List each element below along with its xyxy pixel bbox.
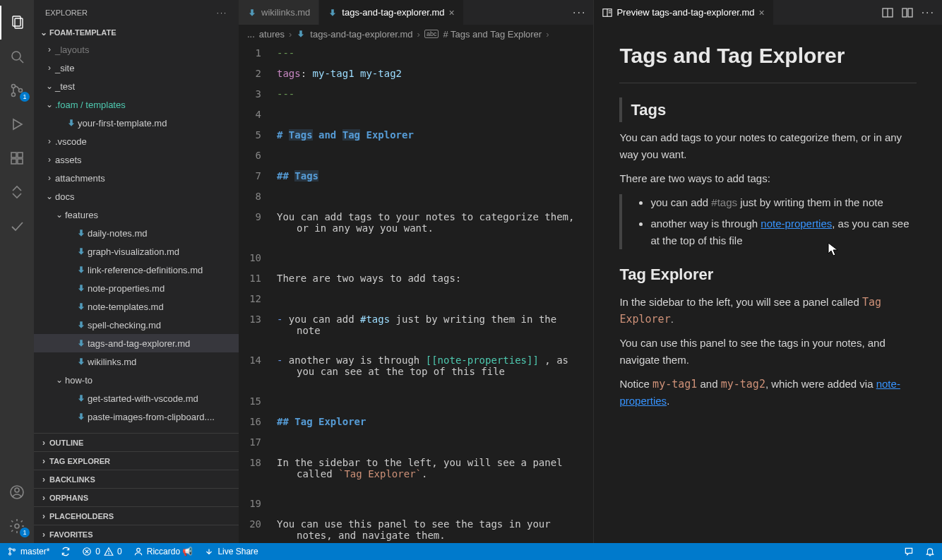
tree-label: how-to xyxy=(65,375,93,386)
settings-badge: 1 xyxy=(20,528,30,537)
editor-right: Preview tags-and-tag-explorer.md× ··· Ta… xyxy=(594,0,942,543)
preview-h2-explorer: Tag Explorer xyxy=(619,262,917,287)
tree-label: _site xyxy=(55,63,74,73)
more-icon[interactable]: ··· xyxy=(217,8,227,17)
svg-marker-7 xyxy=(13,119,22,129)
chevron-icon: › xyxy=(44,44,55,54)
chevron-icon: ⌄ xyxy=(44,81,55,91)
markdown-preview[interactable]: Tags and Tag Explorer Tags You can add t… xyxy=(594,25,942,543)
markdown-icon xyxy=(75,393,88,403)
preview-text: You can use this panel to see the tags i… xyxy=(619,335,917,369)
activity-account[interactable] xyxy=(0,475,34,509)
layout-icon[interactable] xyxy=(902,7,913,18)
close-icon[interactable]: × xyxy=(449,7,455,18)
status-liveshare[interactable]: Live Share xyxy=(204,547,258,556)
file-row[interactable]: note-templates.md xyxy=(34,297,239,316)
folder-row[interactable]: ⌄_test xyxy=(34,77,239,95)
status-bell[interactable] xyxy=(925,547,935,556)
code-editor[interactable]: 1234567891011121314151617181920 ---tags:… xyxy=(239,43,593,543)
markdown-icon xyxy=(75,228,88,238)
file-row[interactable]: link-reference-definitions.md xyxy=(34,261,239,279)
chevron-icon: ⌄ xyxy=(44,100,55,109)
tree-label: link-reference-definitions.md xyxy=(88,265,203,275)
preview-text: There are two ways to add tags: xyxy=(619,170,917,187)
markdown-icon xyxy=(75,265,88,275)
chevron-icon: › xyxy=(44,136,55,146)
activity-search[interactable] xyxy=(0,40,34,73)
file-row[interactable]: daily-notes.md xyxy=(34,224,239,242)
file-row[interactable]: note-properties.md xyxy=(34,279,239,297)
svg-point-24 xyxy=(9,553,11,555)
folder-row[interactable]: ›.vscode xyxy=(34,132,239,150)
folder-row[interactable]: ›attachments xyxy=(34,169,239,187)
preview-h2-tags: Tags xyxy=(631,97,917,122)
svg-point-30 xyxy=(109,554,109,554)
tree-label: your-first-template.md xyxy=(78,118,167,129)
svg-rect-21 xyxy=(902,8,907,17)
editor-tab[interactable]: tags-and-tag-explorer.md× xyxy=(319,0,463,25)
folder-row[interactable]: ›_site xyxy=(34,59,239,77)
status-branch[interactable]: master* xyxy=(7,547,49,556)
svg-rect-0 xyxy=(13,16,20,26)
folder-row[interactable]: ⌄features xyxy=(34,205,239,224)
file-row[interactable]: wikilinks.md xyxy=(34,352,239,371)
activity-bar: 1 1 xyxy=(0,0,34,543)
chevron-icon: ⌄ xyxy=(54,375,65,385)
activity-extensions[interactable] xyxy=(0,141,34,175)
activity-liveshare[interactable] xyxy=(0,175,34,209)
folder-row[interactable]: ›assets xyxy=(34,150,239,169)
more-icon[interactable]: ··· xyxy=(573,6,586,19)
activity-explorer[interactable] xyxy=(0,6,34,40)
file-row[interactable]: your-first-template.md xyxy=(34,114,239,132)
file-row[interactable]: graph-visualization.md xyxy=(34,242,239,261)
sidebar-section[interactable]: ›ORPHANS xyxy=(34,488,239,506)
folder-row[interactable]: ⌄how-to xyxy=(34,371,239,389)
sidebar-section[interactable]: ›TAG EXPLORER xyxy=(34,451,239,470)
status-user[interactable]: Riccardo 📢 xyxy=(133,547,193,556)
tree-label: daily-notes.md xyxy=(88,228,148,239)
svg-rect-22 xyxy=(908,8,912,17)
markdown-icon xyxy=(75,302,88,311)
file-row[interactable]: paste-images-from-clipboard.... xyxy=(34,407,239,426)
activity-scm[interactable]: 1 xyxy=(0,73,34,107)
symbol-icon: abc xyxy=(424,30,439,38)
tree-label: wikilinks.md xyxy=(88,357,136,367)
chevron-icon: ⌄ xyxy=(44,191,55,201)
svg-line-3 xyxy=(20,59,23,63)
folder-row[interactable]: ›_layouts xyxy=(34,40,239,59)
minimap[interactable] xyxy=(586,43,593,543)
close-icon[interactable]: × xyxy=(759,7,765,18)
split-icon[interactable] xyxy=(882,7,893,18)
sidebar-section[interactable]: ›PLACEHOLDERS xyxy=(34,506,239,525)
tree-label: _test xyxy=(55,81,75,92)
preview-link[interactable]: note-properties xyxy=(761,218,832,230)
more-icon[interactable]: ··· xyxy=(922,6,935,19)
chevron-icon: › xyxy=(44,155,55,165)
status-problems[interactable]: 0 0 xyxy=(82,547,121,556)
tree-label: get-started-with-vscode.md xyxy=(88,393,198,404)
activity-check[interactable] xyxy=(0,209,34,243)
editor-tab[interactable]: wikilinks.md xyxy=(239,0,319,25)
sidebar-section[interactable]: ›FAVORITES xyxy=(34,525,239,543)
editor-tab[interactable]: Preview tags-and-tag-explorer.md× xyxy=(594,0,773,25)
tree-label: attachments xyxy=(55,173,105,184)
folder-row[interactable]: ⌄.foam / templates xyxy=(34,95,239,114)
svg-point-5 xyxy=(12,93,16,97)
status-feedback[interactable] xyxy=(904,547,914,556)
file-row[interactable]: spell-checking.md xyxy=(34,316,239,334)
sidebar-section[interactable]: ›OUTLINE xyxy=(34,433,239,451)
tree-label: features xyxy=(65,210,98,220)
preview-text: You can add tags to your notes to catego… xyxy=(619,129,917,163)
file-row[interactable]: tags-and-tag-explorer.md xyxy=(34,334,239,352)
editor-left: wikilinks.mdtags-and-tag-explorer.md× ··… xyxy=(239,0,594,543)
sidebar-section[interactable]: ›BACKLINKS xyxy=(34,470,239,488)
activity-debug[interactable] xyxy=(0,107,34,141)
folder-row[interactable]: ⌄docs xyxy=(34,187,239,205)
preview-list-item: you can add #tags just by writing them i… xyxy=(650,194,917,211)
sidebar-root[interactable]: ⌄ FOAM-TEMPLATE xyxy=(34,25,239,40)
file-row[interactable]: get-started-with-vscode.md xyxy=(34,389,239,407)
breadcrumb[interactable]: ... atures› tags-and-tag-explorer.md› ab… xyxy=(239,25,593,43)
status-sync[interactable] xyxy=(61,547,71,556)
activity-settings[interactable]: 1 xyxy=(0,509,34,543)
tree-label: spell-checking.md xyxy=(88,320,161,330)
